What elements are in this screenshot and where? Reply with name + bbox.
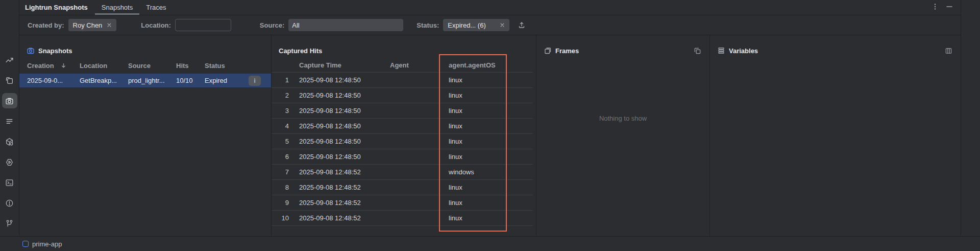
variables-panel-header: Variables — [710, 43, 961, 58]
col-capture-time[interactable]: Capture Time — [299, 61, 390, 69]
chip-value: Roy Chen — [73, 21, 103, 29]
cell-time: 2025-09-08 12:48:52 — [299, 184, 390, 191]
cell-num: 7 — [272, 168, 299, 176]
cell-os: windows — [449, 168, 533, 176]
snapshot-row-selected[interactable]: 2025-09-0... GetBreakp... prod_lightr...… — [19, 74, 271, 87]
close-icon[interactable] — [107, 22, 112, 28]
variables-panel: Variables — [709, 35, 961, 236]
export-upload-icon[interactable] — [518, 21, 526, 29]
snapshots-table-header: Creation Location Source Hits Status — [19, 58, 271, 74]
snapshots-panel: Snapshots Creation Location Source Hits … — [19, 35, 271, 236]
tool-window-main: Lightrun Snapshots Snapshots Traces — [19, 0, 961, 236]
window-title: Lightrun Snapshots — [22, 4, 91, 11]
right-tool-stripe — [961, 0, 980, 236]
filter-bar: Created by: Roy Chen Location: Source: S… — [19, 15, 961, 35]
location-input[interactable] — [175, 19, 231, 31]
cell-os: linux — [449, 199, 533, 207]
hits-row[interactable]: 1 2025-09-08 12:48:50 linux — [272, 73, 533, 88]
hits-row[interactable]: 6 2025-09-08 12:48:50 linux — [272, 149, 533, 165]
cell-source: prod_lightr... — [128, 77, 176, 84]
col-location[interactable]: Location — [80, 62, 128, 70]
panel-title: Captured Hits — [279, 47, 322, 55]
hits-row[interactable]: 2 2025-09-08 12:48:50 linux — [272, 88, 533, 103]
cell-time: 2025-09-08 12:48:50 — [299, 92, 390, 99]
panel-title: Variables — [729, 47, 758, 55]
hits-row[interactable]: 4 2025-09-08 12:48:50 linux — [272, 119, 533, 134]
camera-icon — [27, 47, 35, 55]
overlapping-frames-icon[interactable] — [2, 73, 17, 88]
hits-row[interactable]: 5 2025-09-08 12:48:50 linux — [272, 134, 533, 149]
cell-num: 5 — [272, 138, 299, 145]
project-name[interactable]: prime-app — [32, 240, 62, 248]
warning-circle-icon[interactable] — [2, 195, 17, 211]
cell-num: 10 — [272, 214, 299, 222]
cell-time: 2025-09-08 12:48:52 — [299, 214, 390, 222]
cell-os: linux — [449, 76, 533, 84]
cell-time: 2025-09-08 12:48:50 — [299, 122, 390, 130]
cell-num: 9 — [272, 199, 299, 207]
col-creation[interactable]: Creation — [27, 62, 80, 70]
hits-row[interactable]: 7 2025-09-08 12:48:52 windows — [272, 165, 533, 180]
left-tool-stripe — [0, 0, 19, 236]
created-by-chip[interactable]: Roy Chen — [68, 19, 117, 31]
lightrun-tool-window: Lightrun Snapshots Snapshots Traces — [0, 0, 980, 251]
source-label: Source: — [260, 21, 284, 29]
col-hits[interactable]: Hits — [176, 62, 205, 70]
hits-row[interactable]: 3 2025-09-08 12:48:50 linux — [272, 103, 533, 119]
tab-label: Traces — [146, 4, 166, 11]
tab-traces[interactable]: Traces — [139, 0, 173, 15]
module-icon — [22, 241, 29, 247]
col-agent[interactable]: Agent — [390, 61, 449, 69]
cell-num: 4 — [272, 122, 299, 130]
cell-time: 2025-09-08 12:48:52 — [299, 199, 390, 207]
cell-hits: 10/10 — [176, 77, 205, 84]
sort-desc-icon — [60, 62, 67, 69]
cell-os: linux — [449, 92, 533, 99]
terminal-icon[interactable] — [2, 175, 17, 190]
created-by-label: Created by: — [28, 21, 64, 29]
cell-os: linux — [449, 184, 533, 191]
cell-time: 2025-09-08 12:48:52 — [299, 168, 390, 176]
variables-list-icon — [717, 47, 725, 55]
hits-row[interactable]: 10 2025-09-08 12:48:52 linux — [272, 211, 533, 226]
hide-tool-window-icon[interactable] — [945, 3, 953, 12]
cell-creation: 2025-09-0... — [27, 77, 80, 84]
col-status[interactable]: Status — [205, 62, 271, 70]
panel-title: Frames — [555, 47, 579, 55]
play-hexagon-icon[interactable] — [2, 154, 17, 170]
captured-hits-table-header: Capture Time Agent agent.agentOS — [272, 58, 533, 73]
cell-os: linux — [449, 107, 533, 115]
col-source[interactable]: Source — [128, 62, 176, 70]
panel-title: Snapshots — [38, 47, 72, 55]
source-input[interactable] — [288, 19, 403, 31]
camera-icon[interactable] — [2, 93, 17, 108]
captured-hits-panel-header: Captured Hits — [272, 43, 536, 58]
status-bar: prime-app — [0, 236, 980, 251]
package-gear-icon[interactable] — [2, 134, 17, 149]
cell-num: 2 — [272, 92, 299, 99]
tool-window-header: Lightrun Snapshots Snapshots Traces — [19, 0, 961, 15]
more-options-icon[interactable] — [931, 3, 939, 12]
cell-location: GetBreakp... — [80, 77, 128, 84]
cell-num: 8 — [272, 184, 299, 191]
hits-row[interactable]: 8 2025-09-08 12:48:52 linux — [272, 180, 533, 195]
cell-num: 1 — [272, 76, 299, 84]
status-chip[interactable]: Expired... (6) — [443, 19, 509, 31]
col-agent-os[interactable]: agent.agentOS — [449, 61, 533, 69]
git-branch-icon[interactable] — [2, 216, 17, 231]
copy-icon[interactable] — [694, 47, 701, 55]
chip-value: Expired... (6) — [448, 21, 485, 29]
list-menu-icon[interactable] — [2, 113, 17, 129]
tab-snapshots[interactable]: Snapshots — [95, 0, 139, 15]
cell-os: linux — [449, 153, 533, 161]
hits-row[interactable]: 9 2025-09-08 12:48:52 linux — [272, 195, 533, 211]
location-label: Location: — [141, 21, 171, 29]
info-badge[interactable]: i — [249, 76, 261, 86]
col-label: Creation — [27, 62, 54, 70]
close-icon[interactable] — [500, 22, 505, 28]
metrics-trend-icon[interactable] — [2, 52, 17, 67]
frames-panel: Frames Nothing to show — [536, 35, 709, 236]
frames-panel-header: Frames — [536, 43, 709, 58]
frames-empty-message: Nothing to show — [536, 115, 709, 122]
column-layout-icon[interactable] — [945, 47, 952, 55]
